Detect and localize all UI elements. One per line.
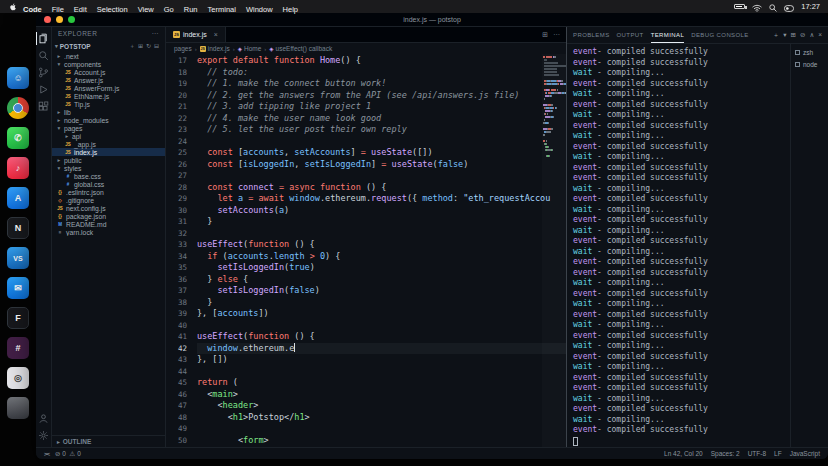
- tree-item-pages[interactable]: ▾pages: [52, 124, 165, 132]
- tree-item-app-js[interactable]: JS_app.js: [52, 140, 165, 148]
- split-terminal-icon[interactable]: ⊞: [791, 31, 796, 40]
- account-icon[interactable]: [36, 410, 52, 427]
- refresh-explorer-icon[interactable]: ↻: [146, 42, 151, 51]
- run-debug-icon[interactable]: [36, 81, 52, 98]
- menu-go[interactable]: Go: [159, 5, 179, 14]
- panel-tab-terminal[interactable]: TERMINAL: [651, 27, 685, 43]
- battery-icon[interactable]: [734, 4, 745, 9]
- tree-item-global-css[interactable]: #global.css: [52, 180, 165, 188]
- menu-file[interactable]: File: [47, 5, 69, 14]
- tab-index-js[interactable]: JS index.js ×: [166, 27, 226, 42]
- dock-vscode-icon[interactable]: VS: [7, 247, 29, 269]
- wifi-icon[interactable]: [752, 0, 762, 16]
- remote-indicator-icon[interactable]: ><: [44, 451, 49, 457]
- source-control-icon[interactable]: [36, 64, 52, 81]
- status-javascript[interactable]: JavaScript: [790, 450, 820, 457]
- dock-whatsapp-icon[interactable]: ✆: [7, 127, 29, 149]
- apple-menu[interactable]: [6, 2, 18, 11]
- terminal-process-node[interactable]: node: [791, 58, 828, 70]
- explorer-icon[interactable]: [36, 30, 52, 47]
- tree-item-next[interactable]: ▸.next: [52, 52, 165, 60]
- terminal-output[interactable]: event- compiled successfullyevent- compi…: [567, 44, 790, 447]
- dock-appstore-icon[interactable]: A: [7, 187, 29, 209]
- menu-selection[interactable]: Selection: [92, 5, 133, 14]
- menu-run[interactable]: Run: [179, 5, 203, 14]
- menu-help[interactable]: Help: [278, 5, 303, 14]
- js-file-icon: JS: [64, 94, 72, 99]
- dock-figma-icon[interactable]: F: [7, 307, 29, 329]
- tree-item-yarn-lock[interactable]: ≡yarn.lock: [52, 228, 165, 236]
- panel-tab-problems[interactable]: PROBLEMS: [573, 27, 610, 43]
- settings-icon[interactable]: [36, 427, 52, 444]
- control-center-icon[interactable]: [784, 0, 794, 16]
- tree-item-answer-js[interactable]: JSAnswer.js: [52, 76, 165, 84]
- status-lf[interactable]: LF: [774, 450, 782, 457]
- tree-item-public[interactable]: ▸public: [52, 156, 165, 164]
- tree-item-ethname-js[interactable]: JSEthName.js: [52, 92, 165, 100]
- dock-slack-icon[interactable]: #: [7, 337, 29, 359]
- extensions-icon[interactable]: [36, 98, 52, 115]
- menu-window[interactable]: Window: [241, 5, 278, 14]
- tree-item-answerform-js[interactable]: JSAnswerForm.js: [52, 84, 165, 92]
- kill-terminal-icon[interactable]: ⊘: [800, 31, 805, 40]
- code-area[interactable]: 1718192021222324252627282930313233343536…: [166, 54, 566, 447]
- dock-finder-icon[interactable]: ☺: [7, 67, 29, 89]
- minimap[interactable]: [542, 54, 566, 447]
- tree-item-next-config-js[interactable]: JSnext.config.js: [52, 204, 165, 212]
- breadcrumb-item-home[interactable]: ◈Home: [238, 45, 262, 52]
- more-actions-icon[interactable]: ⋯: [553, 31, 560, 39]
- spotlight-icon[interactable]: [769, 0, 777, 16]
- panel-tab-output[interactable]: OUTPUT: [617, 27, 644, 43]
- close-window-button[interactable]: [44, 16, 51, 23]
- close-tab-icon[interactable]: ×: [214, 31, 218, 38]
- zoom-window-button[interactable]: [68, 16, 75, 23]
- tree-item-gitignore[interactable]: ◇.gitignore: [52, 196, 165, 204]
- minimize-window-button[interactable]: [56, 16, 63, 23]
- tree-item-lib[interactable]: ▸lib: [52, 108, 165, 116]
- close-panel-icon[interactable]: ×: [818, 31, 822, 40]
- dock-chrome-icon[interactable]: [7, 97, 29, 119]
- code-lines[interactable]: export default function Home() { // todo…: [192, 55, 566, 447]
- maximize-panel-icon[interactable]: ∧: [809, 31, 814, 40]
- search-icon[interactable]: [36, 47, 52, 64]
- outline-section[interactable]: ▸ OUTLINE: [52, 435, 165, 447]
- menu-code[interactable]: Code: [18, 5, 47, 14]
- status-utf-8[interactable]: UTF-8: [748, 450, 766, 457]
- tree-item-base-css[interactable]: #base.css: [52, 172, 165, 180]
- terminal-picker-icon[interactable]: ▾: [783, 31, 786, 40]
- collapse-folders-icon[interactable]: ⊟: [154, 42, 159, 51]
- breadcrumb-item-index-js[interactable]: JSindex.js: [200, 45, 230, 52]
- menu-edit[interactable]: Edit: [69, 5, 92, 14]
- problems-status[interactable]: ⊘ 0 ⚠ 0: [55, 450, 81, 458]
- terminal-process-zsh[interactable]: zsh: [791, 46, 828, 58]
- project-section-header[interactable]: ▾ POTSTOP ＋⊞↻⊟: [52, 40, 165, 52]
- menu-view[interactable]: View: [133, 5, 159, 14]
- new-folder-icon[interactable]: ⊞: [138, 42, 143, 51]
- dock-notion-icon[interactable]: N: [7, 217, 29, 239]
- menu-terminal[interactable]: Terminal: [203, 5, 241, 14]
- tree-item-eslintrc-json[interactable]: {}.eslintrc.json: [52, 188, 165, 196]
- breadcrumb-item-useeffect-callback[interactable]: ◈useEffect() callback: [269, 45, 332, 52]
- explorer-more-icon[interactable]: ⋯: [152, 30, 160, 38]
- dock-music-icon[interactable]: ♪: [7, 157, 29, 179]
- tree-item-package-json[interactable]: {}package.json: [52, 212, 165, 220]
- tree-item-components[interactable]: ▾components: [52, 60, 165, 68]
- new-file-icon[interactable]: ＋: [129, 42, 135, 51]
- status-ln-42-col-20[interactable]: Ln 42, Col 20: [664, 450, 703, 457]
- menubar-clock[interactable]: 17:27: [801, 2, 820, 11]
- split-editor-icon[interactable]: ⊞: [542, 31, 548, 39]
- tree-item-tip-js[interactable]: JSTip.js: [52, 100, 165, 108]
- dock-mail-icon[interactable]: ✉: [7, 277, 29, 299]
- tree-item-node-modules[interactable]: ▸node_modules: [52, 116, 165, 124]
- tree-item-readme-md[interactable]: MREADME.md: [52, 220, 165, 228]
- dock-trash-icon[interactable]: [7, 397, 29, 419]
- dock-chatgpt-icon[interactable]: ◎: [7, 367, 29, 389]
- tree-item-styles[interactable]: ▾styles: [52, 164, 165, 172]
- tree-item-account-js[interactable]: JSAccount.js: [52, 68, 165, 76]
- status-spaces-2[interactable]: Spaces: 2: [711, 450, 740, 457]
- breadcrumb-item-pages[interactable]: pages: [174, 45, 192, 52]
- panel-tab-debug-console[interactable]: DEBUG CONSOLE: [691, 27, 749, 43]
- tree-item-index-js[interactable]: JSindex.js: [52, 148, 165, 156]
- tree-item-api[interactable]: ▸api: [52, 132, 165, 140]
- new-terminal-icon[interactable]: ＋: [773, 31, 780, 40]
